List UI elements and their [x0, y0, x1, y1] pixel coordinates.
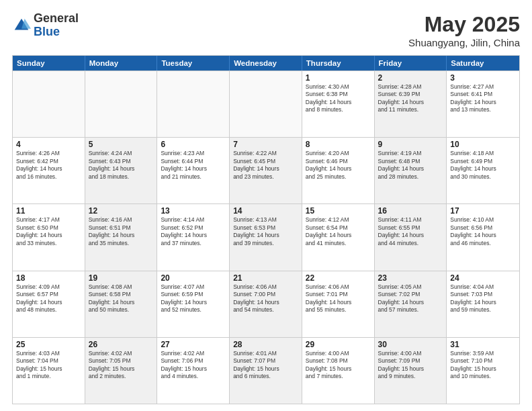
- cell-text: Sunrise: 4:18 AM Sunset: 6:49 PM Dayligh…: [450, 150, 516, 181]
- table-row: 10Sunrise: 4:18 AM Sunset: 6:49 PM Dayli…: [447, 138, 519, 203]
- table-row: 14Sunrise: 4:13 AM Sunset: 6:53 PM Dayli…: [230, 204, 302, 270]
- calendar-header-cell: Thursday: [302, 56, 375, 71]
- table-row: 5Sunrise: 4:24 AM Sunset: 6:43 PM Daylig…: [85, 138, 158, 203]
- cell-text: Sunrise: 4:13 AM Sunset: 6:53 PM Dayligh…: [233, 216, 298, 247]
- table-row: 21Sunrise: 4:06 AM Sunset: 7:00 PM Dayli…: [230, 271, 302, 337]
- day-number: 17: [450, 206, 516, 216]
- table-row: 12Sunrise: 4:16 AM Sunset: 6:51 PM Dayli…: [85, 204, 158, 270]
- table-row: 24Sunrise: 4:04 AM Sunset: 7:03 PM Dayli…: [447, 271, 519, 337]
- day-number: 8: [306, 140, 371, 149]
- title-block: May 2025 Shuangyang, Jilin, China: [408, 12, 520, 48]
- cell-text: Sunrise: 4:23 AM Sunset: 6:44 PM Dayligh…: [161, 150, 226, 181]
- calendar-header-row: SundayMondayTuesdayWednesdayThursdayFrid…: [13, 56, 519, 71]
- day-number: 14: [233, 206, 298, 216]
- calendar-body: 1Sunrise: 4:30 AM Sunset: 6:38 PM Daylig…: [13, 71, 519, 404]
- day-number: 28: [233, 340, 298, 349]
- cell-text: Sunrise: 4:00 AM Sunset: 7:09 PM Dayligh…: [378, 350, 443, 381]
- table-row: 16Sunrise: 4:11 AM Sunset: 6:55 PM Dayli…: [375, 204, 447, 270]
- cell-text: Sunrise: 4:08 AM Sunset: 6:58 PM Dayligh…: [89, 283, 154, 314]
- cell-text: Sunrise: 4:14 AM Sunset: 6:52 PM Dayligh…: [161, 216, 226, 247]
- day-number: 15: [306, 206, 371, 216]
- day-number: 29: [306, 340, 371, 349]
- calendar-row: 1Sunrise: 4:30 AM Sunset: 6:38 PM Daylig…: [13, 71, 519, 137]
- calendar-row: 25Sunrise: 4:03 AM Sunset: 7:04 PM Dayli…: [13, 337, 519, 404]
- table-row: 29Sunrise: 4:00 AM Sunset: 7:08 PM Dayli…: [302, 338, 375, 404]
- table-row: [85, 71, 158, 137]
- table-row: 1Sunrise: 4:30 AM Sunset: 6:38 PM Daylig…: [302, 71, 375, 137]
- day-number: 11: [16, 206, 81, 216]
- calendar: SundayMondayTuesdayWednesdayThursdayFrid…: [12, 55, 520, 404]
- table-row: 17Sunrise: 4:10 AM Sunset: 6:56 PM Dayli…: [447, 204, 519, 270]
- cell-text: Sunrise: 4:02 AM Sunset: 7:05 PM Dayligh…: [89, 350, 154, 381]
- table-row: 31Sunrise: 3:59 AM Sunset: 7:10 PM Dayli…: [447, 338, 519, 404]
- cell-text: Sunrise: 4:12 AM Sunset: 6:54 PM Dayligh…: [306, 216, 371, 247]
- calendar-row: 11Sunrise: 4:17 AM Sunset: 6:50 PM Dayli…: [13, 203, 519, 270]
- calendar-header-cell: Monday: [85, 56, 158, 71]
- logo-icon: [12, 16, 31, 35]
- location: Shuangyang, Jilin, China: [408, 37, 520, 48]
- table-row: 6Sunrise: 4:23 AM Sunset: 6:44 PM Daylig…: [157, 138, 230, 203]
- table-row: 26Sunrise: 4:02 AM Sunset: 7:05 PM Dayli…: [85, 338, 158, 404]
- logo: General Blue: [12, 12, 79, 39]
- table-row: 4Sunrise: 4:26 AM Sunset: 6:42 PM Daylig…: [13, 138, 85, 203]
- cell-text: Sunrise: 4:03 AM Sunset: 7:04 PM Dayligh…: [16, 350, 81, 381]
- cell-text: Sunrise: 4:00 AM Sunset: 7:08 PM Dayligh…: [306, 350, 371, 381]
- header: General Blue May 2025 Shuangyang, Jilin,…: [12, 12, 520, 48]
- table-row: 22Sunrise: 4:06 AM Sunset: 7:01 PM Dayli…: [302, 271, 375, 337]
- calendar-row: 18Sunrise: 4:09 AM Sunset: 6:57 PM Dayli…: [13, 271, 519, 337]
- calendar-row: 4Sunrise: 4:26 AM Sunset: 6:42 PM Daylig…: [13, 137, 519, 203]
- cell-text: Sunrise: 4:27 AM Sunset: 6:41 PM Dayligh…: [450, 83, 516, 114]
- table-row: 2Sunrise: 4:28 AM Sunset: 6:39 PM Daylig…: [375, 71, 447, 137]
- table-row: 9Sunrise: 4:19 AM Sunset: 6:48 PM Daylig…: [375, 138, 447, 203]
- cell-text: Sunrise: 4:06 AM Sunset: 7:01 PM Dayligh…: [306, 283, 371, 314]
- table-row: 23Sunrise: 4:05 AM Sunset: 7:02 PM Dayli…: [375, 271, 447, 337]
- cell-text: Sunrise: 4:01 AM Sunset: 7:07 PM Dayligh…: [233, 350, 298, 381]
- table-row: 7Sunrise: 4:22 AM Sunset: 6:45 PM Daylig…: [230, 138, 302, 203]
- cell-text: Sunrise: 3:59 AM Sunset: 7:10 PM Dayligh…: [450, 350, 516, 381]
- cell-text: Sunrise: 4:11 AM Sunset: 6:55 PM Dayligh…: [378, 216, 443, 247]
- day-number: 12: [89, 206, 154, 216]
- table-row: 18Sunrise: 4:09 AM Sunset: 6:57 PM Dayli…: [13, 271, 85, 337]
- day-number: 18: [16, 273, 81, 283]
- table-row: 8Sunrise: 4:20 AM Sunset: 6:46 PM Daylig…: [302, 138, 375, 203]
- month-title: May 2025: [408, 12, 520, 37]
- day-number: 16: [378, 206, 443, 216]
- table-row: [230, 71, 302, 137]
- calendar-header-cell: Sunday: [13, 56, 85, 71]
- cell-text: Sunrise: 4:06 AM Sunset: 7:00 PM Dayligh…: [233, 283, 298, 314]
- cell-text: Sunrise: 4:22 AM Sunset: 6:45 PM Dayligh…: [233, 150, 298, 181]
- day-number: 27: [161, 340, 226, 349]
- day-number: 13: [161, 206, 226, 216]
- calendar-header-cell: Friday: [375, 56, 447, 71]
- day-number: 7: [233, 140, 298, 149]
- table-row: 28Sunrise: 4:01 AM Sunset: 7:07 PM Dayli…: [230, 338, 302, 404]
- day-number: 20: [161, 273, 226, 283]
- cell-text: Sunrise: 4:17 AM Sunset: 6:50 PM Dayligh…: [16, 216, 81, 247]
- day-number: 22: [306, 273, 371, 283]
- table-row: [157, 71, 230, 137]
- day-number: 10: [450, 140, 516, 149]
- day-number: 1: [306, 73, 371, 83]
- day-number: 9: [378, 140, 443, 149]
- cell-text: Sunrise: 4:04 AM Sunset: 7:03 PM Dayligh…: [450, 283, 516, 314]
- table-row: 3Sunrise: 4:27 AM Sunset: 6:41 PM Daylig…: [447, 71, 519, 137]
- day-number: 31: [450, 340, 516, 349]
- cell-text: Sunrise: 4:07 AM Sunset: 6:59 PM Dayligh…: [161, 283, 226, 314]
- cell-text: Sunrise: 4:26 AM Sunset: 6:42 PM Dayligh…: [16, 150, 81, 181]
- cell-text: Sunrise: 4:19 AM Sunset: 6:48 PM Dayligh…: [378, 150, 443, 181]
- cell-text: Sunrise: 4:28 AM Sunset: 6:39 PM Dayligh…: [378, 83, 443, 114]
- day-number: 2: [378, 73, 443, 83]
- cell-text: Sunrise: 4:20 AM Sunset: 6:46 PM Dayligh…: [306, 150, 371, 181]
- logo-general-text: General: [34, 12, 79, 26]
- cell-text: Sunrise: 4:09 AM Sunset: 6:57 PM Dayligh…: [16, 283, 81, 314]
- calendar-header-cell: Tuesday: [157, 56, 230, 71]
- day-number: 21: [233, 273, 298, 283]
- cell-text: Sunrise: 4:16 AM Sunset: 6:51 PM Dayligh…: [89, 216, 154, 247]
- cell-text: Sunrise: 4:24 AM Sunset: 6:43 PM Dayligh…: [89, 150, 154, 181]
- day-number: 25: [16, 340, 81, 349]
- table-row: 30Sunrise: 4:00 AM Sunset: 7:09 PM Dayli…: [375, 338, 447, 404]
- day-number: 5: [89, 140, 154, 149]
- table-row: 19Sunrise: 4:08 AM Sunset: 6:58 PM Dayli…: [85, 271, 158, 337]
- day-number: 4: [16, 140, 81, 149]
- table-row: 20Sunrise: 4:07 AM Sunset: 6:59 PM Dayli…: [157, 271, 230, 337]
